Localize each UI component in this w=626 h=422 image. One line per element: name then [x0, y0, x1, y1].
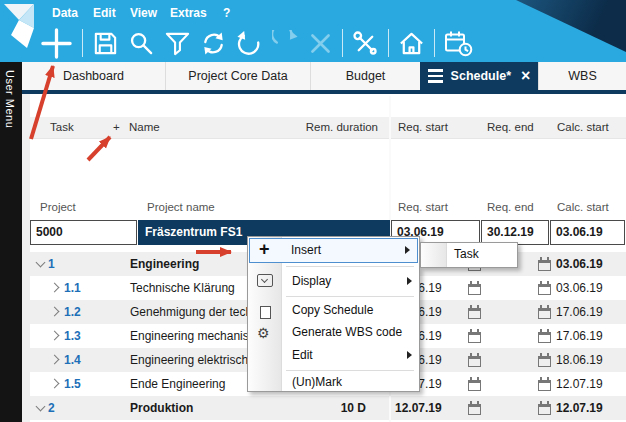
- submenu-arrow-icon: [407, 277, 412, 285]
- calendar-icon[interactable]: [538, 260, 551, 271]
- menu-item-edit[interactable]: Edit: [248, 343, 419, 367]
- project-calc-start-field[interactable]: 03.06.19: [550, 220, 625, 245]
- calc-start-value: 18.06.19: [556, 353, 603, 367]
- task-name: Genehmigung der techn: [130, 305, 259, 319]
- filter-button[interactable]: [164, 30, 191, 57]
- tab-close-icon[interactable]: ×: [521, 68, 530, 84]
- tab-dashboard[interactable]: Dashboard: [22, 62, 165, 90]
- project-id-field[interactable]: 5000: [30, 220, 137, 245]
- refresh-button[interactable]: [200, 30, 227, 57]
- toolbar-separator: [388, 29, 389, 57]
- calendar-icon[interactable]: [468, 404, 481, 415]
- save-icon: [92, 30, 119, 57]
- add-button[interactable]: [40, 27, 73, 60]
- tab-schedule[interactable]: Schedule* ×: [420, 62, 538, 90]
- menu-item-insert[interactable]: + Insert: [249, 238, 418, 263]
- search-icon: [128, 30, 155, 57]
- menu-view[interactable]: View: [130, 6, 157, 20]
- home-icon: [398, 30, 425, 57]
- calendar-icon[interactable]: [468, 284, 481, 295]
- chevron-right-icon[interactable]: [50, 283, 60, 293]
- toolbar-separator: [434, 29, 435, 57]
- undo-icon: [236, 30, 263, 57]
- toolbar: [40, 26, 473, 60]
- save-button[interactable]: [92, 30, 119, 57]
- menu-item-unmark[interactable]: (Un)Mark: [248, 372, 419, 392]
- chevron-down-icon[interactable]: [36, 258, 46, 268]
- submenu-item-task[interactable]: Task: [454, 247, 479, 261]
- tab-label: Dashboard: [63, 69, 124, 83]
- submenu-arrow-icon: [405, 246, 410, 254]
- menu-data[interactable]: Data: [52, 6, 78, 20]
- task-row[interactable]: 2 Produktion 10 D 12.07.19 12.07.19: [30, 396, 626, 420]
- menu-item-generate-wbs-code[interactable]: ⚙ Generate WBS code: [248, 321, 419, 343]
- close-icon: [308, 31, 333, 56]
- menu-item-display[interactable]: Display: [248, 269, 419, 293]
- project-header: Project Project name Req. start Req. end…: [0, 201, 626, 217]
- title-toolbar: Data Edit View Extras ?: [0, 0, 626, 62]
- menu-item-label: Edit: [292, 348, 313, 362]
- task-number: 1.4: [64, 353, 81, 367]
- calendar-icon[interactable]: [538, 356, 551, 367]
- calendar-clock-icon: [444, 30, 473, 57]
- chevron-right-icon[interactable]: [50, 379, 60, 389]
- menu-item-label: Insert: [291, 243, 321, 257]
- menu-item-label: Generate WBS code: [292, 325, 402, 339]
- hamburger-icon[interactable]: [428, 69, 443, 83]
- menu-item-label: Copy Schedule: [292, 303, 373, 317]
- add-column-icon[interactable]: +: [113, 121, 120, 133]
- user-menu-sidebar[interactable]: User Menu: [0, 62, 22, 422]
- col-rem-duration[interactable]: Rem. duration: [278, 121, 378, 133]
- calendar-icon[interactable]: [538, 380, 551, 391]
- chevron-down-icon[interactable]: [36, 402, 46, 412]
- col-task[interactable]: Task: [50, 121, 74, 133]
- menu-help[interactable]: ?: [223, 6, 230, 20]
- undo-button[interactable]: [236, 30, 263, 57]
- delete-button[interactable]: [308, 31, 333, 56]
- col-req-end[interactable]: Req. end: [487, 121, 534, 133]
- chevron-right-icon[interactable]: [50, 355, 60, 365]
- redo-button[interactable]: [272, 30, 299, 57]
- col-calc-start[interactable]: Calc. start: [557, 121, 609, 133]
- calendar-icon[interactable]: [538, 308, 551, 319]
- calendar-icon[interactable]: [468, 332, 481, 343]
- submenu-arrow-icon: [407, 351, 412, 359]
- calc-start-value: 17.06.19: [556, 305, 603, 319]
- search-button[interactable]: [128, 30, 155, 57]
- chevron-right-icon[interactable]: [50, 307, 60, 317]
- task-name: Ende Engineering: [130, 377, 225, 391]
- redo-icon: [272, 30, 299, 57]
- calendar-icon[interactable]: [538, 284, 551, 295]
- task-number: 1.1: [64, 281, 81, 295]
- insert-submenu: Task: [420, 242, 518, 268]
- home-button[interactable]: [398, 30, 425, 57]
- label-calc-start: Calc. start: [557, 201, 609, 213]
- add-icon: [40, 27, 73, 60]
- tools-icon: [352, 30, 379, 57]
- calendar-icon[interactable]: [468, 380, 481, 391]
- calendar-icon[interactable]: [538, 332, 551, 343]
- menu-item-copy-schedule[interactable]: Copy Schedule: [248, 299, 419, 321]
- context-menu: + Insert Display Copy Schedule ⚙ Generat…: [247, 236, 420, 392]
- tab-budget[interactable]: Budget: [310, 62, 420, 90]
- calc-start-value: 03.06.19: [556, 281, 603, 295]
- task-name: Engineering: [130, 257, 199, 271]
- tab-project-core-data[interactable]: Project Core Data: [165, 62, 310, 90]
- tab-wbs[interactable]: WBS: [538, 62, 626, 90]
- label-project-name: Project name: [147, 201, 215, 213]
- app-logo[interactable]: [3, 3, 45, 55]
- calendar-icon[interactable]: [468, 356, 481, 367]
- task-number: 2: [48, 401, 55, 415]
- calendar-icon[interactable]: [538, 404, 551, 415]
- menu-separator: [286, 370, 414, 371]
- menu-edit[interactable]: Edit: [93, 6, 116, 20]
- schedule-button[interactable]: [444, 30, 473, 57]
- calc-start-value: 03.06.19: [556, 257, 603, 271]
- col-name[interactable]: Name: [129, 121, 160, 133]
- task-number: 1.2: [64, 305, 81, 319]
- menu-extras[interactable]: Extras: [170, 6, 207, 20]
- calendar-icon[interactable]: [468, 308, 481, 319]
- col-req-start[interactable]: Req. start: [398, 121, 448, 133]
- chevron-right-icon[interactable]: [50, 331, 60, 341]
- tools-button[interactable]: [352, 30, 379, 57]
